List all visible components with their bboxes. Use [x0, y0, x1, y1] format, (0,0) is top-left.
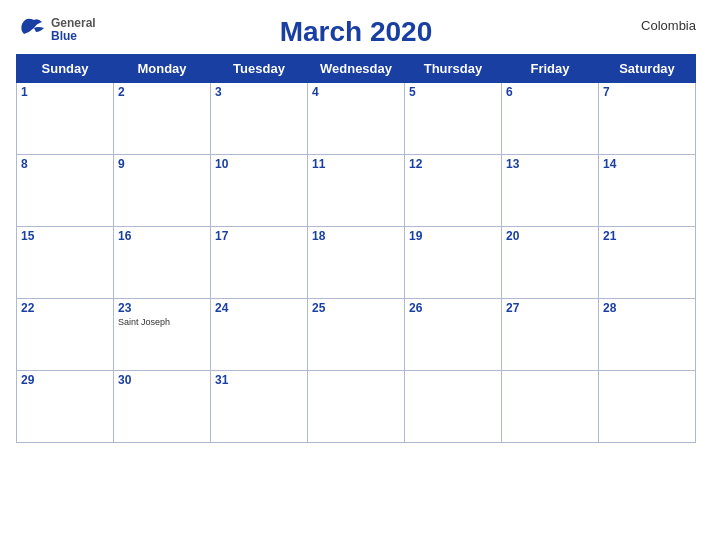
day-number: 16 [118, 229, 206, 243]
calendar-cell: 7 [599, 83, 696, 155]
calendar-title: March 2020 [280, 16, 433, 48]
day-number: 7 [603, 85, 691, 99]
col-thursday: Thursday [405, 55, 502, 83]
calendar-cell: 22 [17, 299, 114, 371]
day-number: 8 [21, 157, 109, 171]
day-number: 19 [409, 229, 497, 243]
day-number: 15 [21, 229, 109, 243]
calendar-cell: 29 [17, 371, 114, 443]
day-number: 24 [215, 301, 303, 315]
col-wednesday: Wednesday [308, 55, 405, 83]
calendar-cell [502, 371, 599, 443]
calendar-cell: 21 [599, 227, 696, 299]
day-number: 30 [118, 373, 206, 387]
calendar-cell: 17 [211, 227, 308, 299]
day-number: 3 [215, 85, 303, 99]
calendar-cell: 12 [405, 155, 502, 227]
calendar-cell: 5 [405, 83, 502, 155]
calendar-cell: 15 [17, 227, 114, 299]
calendar-cell: 2 [114, 83, 211, 155]
calendar-cell: 20 [502, 227, 599, 299]
calendar-cell: 25 [308, 299, 405, 371]
day-number: 31 [215, 373, 303, 387]
week-row-5: 293031 [17, 371, 696, 443]
calendar-cell: 4 [308, 83, 405, 155]
col-friday: Friday [502, 55, 599, 83]
country-label: Colombia [641, 18, 696, 33]
col-sunday: Sunday [17, 55, 114, 83]
calendar-cell: 14 [599, 155, 696, 227]
week-row-3: 15161718192021 [17, 227, 696, 299]
day-number: 22 [21, 301, 109, 315]
day-number: 9 [118, 157, 206, 171]
calendar-cell: 13 [502, 155, 599, 227]
day-number: 27 [506, 301, 594, 315]
day-number: 2 [118, 85, 206, 99]
day-number: 29 [21, 373, 109, 387]
calendar-cell: 11 [308, 155, 405, 227]
day-number: 5 [409, 85, 497, 99]
calendar-cell: 16 [114, 227, 211, 299]
day-number: 21 [603, 229, 691, 243]
day-number: 17 [215, 229, 303, 243]
calendar-cell: 6 [502, 83, 599, 155]
calendar-cell: 27 [502, 299, 599, 371]
col-saturday: Saturday [599, 55, 696, 83]
day-number: 26 [409, 301, 497, 315]
day-number: 10 [215, 157, 303, 171]
logo-blue: Blue [51, 30, 96, 43]
week-row-1: 1234567 [17, 83, 696, 155]
day-number: 13 [506, 157, 594, 171]
day-number: 18 [312, 229, 400, 243]
day-number: 28 [603, 301, 691, 315]
calendar-cell [599, 371, 696, 443]
calendar-cell: 18 [308, 227, 405, 299]
day-number: 1 [21, 85, 109, 99]
calendar-cell [308, 371, 405, 443]
calendar-cell: 23Saint Joseph [114, 299, 211, 371]
day-number: 12 [409, 157, 497, 171]
calendar-cell: 28 [599, 299, 696, 371]
logo-icon [16, 14, 48, 46]
week-row-4: 2223Saint Joseph2425262728 [17, 299, 696, 371]
col-tuesday: Tuesday [211, 55, 308, 83]
day-number: 11 [312, 157, 400, 171]
calendar-cell [405, 371, 502, 443]
holiday-label: Saint Joseph [118, 317, 206, 327]
day-number: 6 [506, 85, 594, 99]
week-row-2: 891011121314 [17, 155, 696, 227]
calendar-cell: 10 [211, 155, 308, 227]
day-number: 14 [603, 157, 691, 171]
weekday-header-row: Sunday Monday Tuesday Wednesday Thursday… [17, 55, 696, 83]
col-monday: Monday [114, 55, 211, 83]
calendar-cell: 19 [405, 227, 502, 299]
calendar-cell: 8 [17, 155, 114, 227]
calendar-cell: 30 [114, 371, 211, 443]
calendar-cell: 31 [211, 371, 308, 443]
calendar-cell: 1 [17, 83, 114, 155]
calendar-cell: 3 [211, 83, 308, 155]
day-number: 20 [506, 229, 594, 243]
calendar-table: Sunday Monday Tuesday Wednesday Thursday… [16, 54, 696, 443]
day-number: 23 [118, 301, 206, 315]
calendar-cell: 9 [114, 155, 211, 227]
calendar-cell: 24 [211, 299, 308, 371]
calendar: General Blue March 2020 Colombia Sunday … [0, 0, 712, 550]
calendar-cell: 26 [405, 299, 502, 371]
logo-texts: General Blue [51, 17, 96, 43]
day-number: 25 [312, 301, 400, 315]
calendar-header: General Blue March 2020 Colombia [16, 10, 696, 50]
day-number: 4 [312, 85, 400, 99]
